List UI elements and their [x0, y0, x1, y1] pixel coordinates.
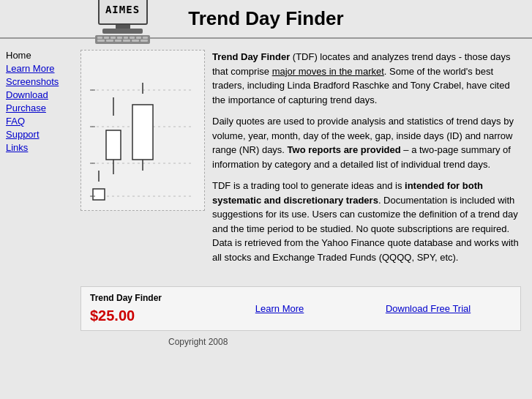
svg-rect-6	[106, 130, 121, 160]
sidebar-item-learn-more[interactable]: Learn More	[6, 63, 71, 74]
sidebar-item-home[interactable]: Home	[6, 50, 71, 61]
paragraph-2: Daily quotes are used to provide analysi…	[212, 114, 521, 171]
logo-wrap: AIMES	[95, 0, 150, 44]
content-area: Trend Day Finder (TDF) locates and analy…	[77, 46, 532, 360]
top-section: Trend Day Finder (TDF) locates and analy…	[80, 50, 521, 272]
logo-container: AIMES	[95, 0, 150, 44]
monitor-icon: AIMES	[98, 0, 148, 25]
learn-more-link[interactable]: Learn More	[255, 303, 304, 314]
keyboard-icon	[95, 35, 150, 44]
paragraph-3: TDF is a trading tool to generate ideas …	[212, 179, 521, 264]
sidebar-item-links[interactable]: Links	[6, 142, 71, 153]
main-layout: Home Learn More Screenshots Download Pur…	[0, 39, 532, 360]
download-trial-link[interactable]: Download Free Trial	[386, 303, 471, 314]
monitor-stand	[116, 25, 130, 29]
sidebar-item-support[interactable]: Support	[6, 129, 71, 140]
sidebar-item-faq[interactable]: FAQ	[6, 116, 71, 127]
svg-rect-12	[93, 189, 105, 200]
product-links: Learn More Download Free Trial	[214, 303, 512, 314]
monitor-base	[102, 29, 143, 34]
candlestick-chart	[84, 53, 201, 207]
sidebar-item-screenshots[interactable]: Screenshots	[6, 76, 71, 87]
sidebar-item-download[interactable]: Download	[6, 89, 71, 100]
svg-rect-9	[132, 105, 153, 160]
product-price: $25.00	[90, 307, 214, 324]
logo-text: AIMES	[105, 4, 140, 15]
product-name: Trend Day Finder	[90, 293, 214, 303]
p1-bold: Trend Day Finder	[212, 51, 290, 62]
chart-container	[80, 50, 205, 211]
product-left: Trend Day Finder $25.00	[90, 293, 214, 324]
p3-start: TDF is a trading tool to generate ideas …	[212, 180, 405, 191]
header: AIMES Trend Day Finder	[0, 0, 532, 39]
footer: Copyright 2008	[80, 331, 521, 353]
p1-underline: major moves in the market	[272, 66, 384, 77]
copyright-text: Copyright 2008	[168, 337, 228, 347]
text-content: Trend Day Finder (TDF) locates and analy…	[212, 50, 521, 272]
paragraph-1: Trend Day Finder (TDF) locates and analy…	[212, 50, 521, 107]
sidebar: Home Learn More Screenshots Download Pur…	[0, 46, 77, 360]
product-section: Trend Day Finder $25.00 Learn More Downl…	[80, 286, 521, 331]
p2-bold: Two reports are provided	[288, 144, 401, 155]
page-title: Trend Day Finder	[15, 7, 517, 30]
sidebar-item-purchase[interactable]: Purchase	[6, 102, 71, 113]
